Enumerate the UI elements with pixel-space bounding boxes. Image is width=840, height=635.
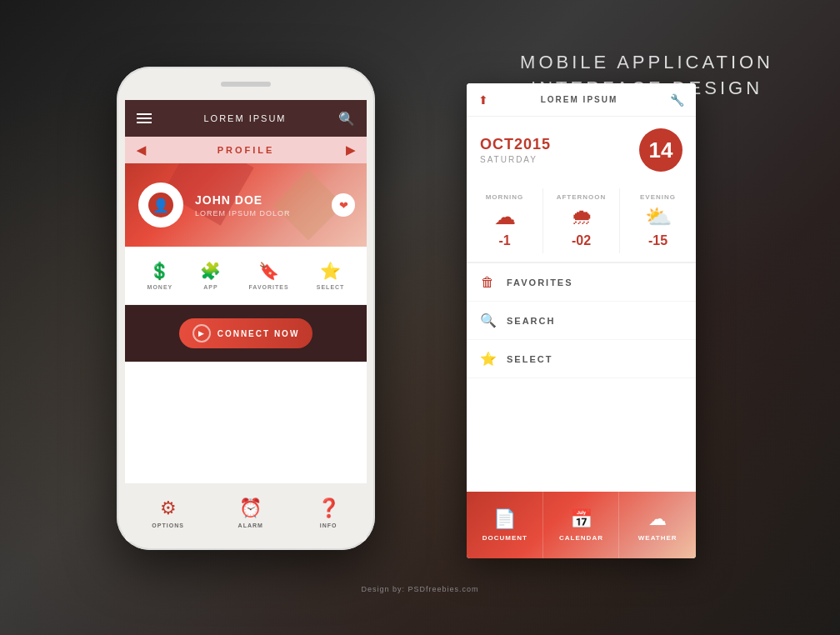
- menu-item-app[interactable]: 🧩 APP: [200, 261, 221, 290]
- profile-nav-title: PROFILE: [218, 145, 275, 155]
- card-bottom-tabs: 📄 DOCUMENT 📅 CALENDAR ☁ WEATHER: [467, 492, 696, 558]
- connect-label: CONNECT NOW: [218, 329, 300, 338]
- search-icon[interactable]: 🔍: [338, 111, 355, 127]
- connect-section: ▶ CONNECT NOW: [125, 305, 367, 362]
- star-icon: ⭐: [480, 351, 495, 367]
- calendar-icon: 📅: [570, 508, 592, 530]
- select-label: SELECT: [317, 284, 345, 290]
- bottom-item-alarm[interactable]: ⏰ ALARM: [238, 498, 263, 528]
- tab-calendar[interactable]: 📅 CALENDAR: [543, 492, 620, 558]
- avatar: 👤: [138, 182, 183, 228]
- date-number: 14: [639, 128, 682, 172]
- menu-item-favorites[interactable]: 🔖 FAVORITES: [248, 261, 288, 290]
- date-text: OCT2015 SATURDAY: [480, 136, 551, 164]
- phone-container: LOREM IPSUM 🔍 ◀ PROFILE ▶ 👤 JOHN DOE LOR…: [117, 67, 375, 550]
- weather-evening: EVENING ⛅ -15: [620, 188, 696, 253]
- play-icon: ▶: [192, 324, 211, 342]
- share-icon[interactable]: ⬆: [478, 93, 488, 107]
- menu-item-select[interactable]: ⭐ SELECT: [317, 261, 345, 290]
- menu-list: 🗑 FAVORITES 🔍 SEARCH ⭐ SELECT: [467, 263, 696, 378]
- nav-arrow-right[interactable]: ▶: [346, 143, 355, 157]
- tab-document[interactable]: 📄 DOCUMENT: [467, 492, 543, 558]
- card-topbar: ⬆ LOREM IPSUM 🔧: [467, 83, 696, 117]
- profile-name: JOHN DOE: [195, 193, 291, 207]
- document-icon: 📄: [493, 508, 516, 530]
- profile-section: 👤 JOHN DOE LOREM IPSUM DOLOR ❤: [125, 163, 367, 247]
- alarm-icon: ⏰: [239, 498, 262, 519]
- phone-screen: LOREM IPSUM 🔍 ◀ PROFILE ▶ 👤 JOHN DOE LOR…: [125, 100, 367, 483]
- wrench-icon[interactable]: 🔧: [670, 93, 684, 107]
- month-year: OCT2015: [480, 136, 551, 153]
- bottom-item-options[interactable]: ⚙ OPTIONS: [152, 498, 184, 528]
- avatar-icon: 👤: [148, 192, 173, 218]
- weather-morning-label: MORNING: [486, 193, 524, 201]
- day-name: SATURDAY: [480, 155, 551, 164]
- heart-icon: ❤: [339, 199, 348, 212]
- profile-info: JOHN DOE LOREM IPSUM DOLOR: [195, 193, 291, 218]
- card-topbar-title: LOREM IPSUM: [541, 95, 618, 104]
- phone-body: LOREM IPSUM 🔍 ◀ PROFILE ▶ 👤 JOHN DOE LOR…: [117, 67, 375, 550]
- rain-icon: 🌧: [571, 204, 592, 230]
- favorites-menu-label: FAVORITES: [507, 278, 573, 288]
- weather-tab-label: WEATHER: [638, 534, 678, 542]
- hamburger-icon[interactable]: [137, 113, 152, 123]
- phone-bottom-icons: ⚙ OPTIONS ⏰ ALARM ❓ INFO: [125, 483, 367, 542]
- phone-topbar: LOREM IPSUM 🔍: [125, 100, 367, 137]
- weather-afternoon-label: AFTERNOON: [557, 193, 607, 201]
- app-icon: 🧩: [200, 261, 221, 281]
- alarm-label: ALARM: [238, 522, 263, 528]
- select-icon: ⭐: [320, 261, 341, 281]
- phone-topbar-title: LOREM IPSUM: [203, 113, 286, 123]
- storm-icon: ⛅: [645, 204, 672, 230]
- phone-speaker: [221, 82, 271, 87]
- menu-select[interactable]: ⭐ SELECT: [467, 340, 696, 378]
- right-card: ⬆ LOREM IPSUM 🔧 OCT2015 SATURDAY 14 MORN…: [467, 83, 696, 558]
- favorites-label: FAVORITES: [248, 284, 288, 290]
- money-icon: 💲: [149, 261, 170, 281]
- profile-nav: ◀ PROFILE ▶: [125, 137, 367, 163]
- favorites-icon: 🔖: [258, 261, 279, 281]
- search-icon: 🔍: [480, 312, 495, 328]
- options-icon: ⚙: [160, 498, 177, 519]
- app-label: APP: [203, 284, 218, 290]
- options-label: OPTIONS: [152, 522, 184, 528]
- info-label: INFO: [320, 522, 338, 528]
- search-menu-label: SEARCH: [507, 316, 555, 326]
- cloud-icon: ☁: [494, 204, 516, 230]
- weather-evening-temp: -15: [648, 233, 668, 248]
- design-credit: Design by: PSDfreebies.com: [361, 585, 478, 593]
- weather-afternoon: AFTERNOON 🌧 -02: [543, 188, 620, 253]
- menu-search[interactable]: 🔍 SEARCH: [467, 302, 696, 340]
- select-menu-label: SELECT: [507, 354, 552, 364]
- profile-subtitle: LOREM IPSUM DOLOR: [195, 209, 291, 218]
- nav-arrow-left[interactable]: ◀: [137, 143, 146, 157]
- weather-evening-label: EVENING: [640, 193, 676, 201]
- tab-weather[interactable]: ☁ WEATHER: [619, 492, 696, 558]
- weather-morning-temp: -1: [498, 233, 510, 248]
- bottom-item-info[interactable]: ❓ INFO: [318, 498, 340, 528]
- weather-morning: MORNING ☁ -1: [467, 188, 543, 253]
- info-icon: ❓: [318, 498, 340, 519]
- trash-icon: 🗑: [480, 275, 495, 290]
- date-section: OCT2015 SATURDAY 14: [467, 117, 696, 180]
- calendar-tab-label: CALENDAR: [559, 534, 603, 542]
- money-label: MONEY: [148, 284, 173, 290]
- icon-menu: 💲 MONEY 🧩 APP 🔖 FAVORITES ⭐ SELECT: [125, 247, 367, 305]
- menu-favorites[interactable]: 🗑 FAVORITES: [467, 263, 696, 302]
- weather-afternoon-temp: -02: [572, 233, 591, 248]
- document-tab-label: DOCUMENT: [482, 534, 528, 542]
- connect-now-button[interactable]: ▶ CONNECT NOW: [179, 318, 312, 348]
- menu-item-money[interactable]: 💲 MONEY: [148, 261, 173, 290]
- weather-section: MORNING ☁ -1 AFTERNOON 🌧 -02 EVENING ⛅ -…: [467, 180, 696, 263]
- heart-badge: ❤: [332, 193, 355, 217]
- weather-icon: ☁: [648, 508, 667, 530]
